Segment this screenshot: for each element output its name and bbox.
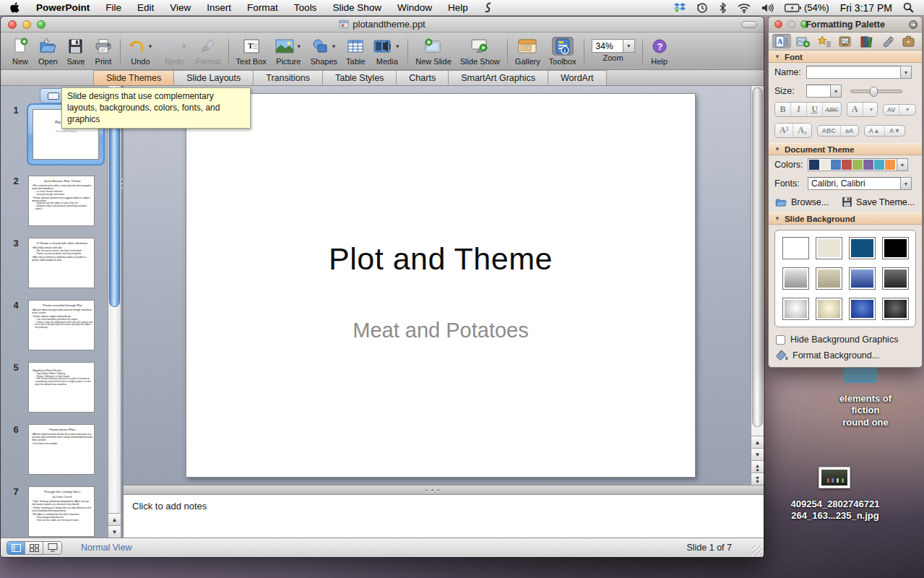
gallery-tab[interactable]: SmartArt Graphics (448, 70, 548, 85)
theme-color-swatch[interactable] (852, 160, 863, 170)
character-spacing-button[interactable]: AV (884, 105, 899, 115)
browse-theme-button[interactable]: Browse... (774, 197, 829, 207)
palette-titlebar[interactable]: Formatting Palette ➜ (769, 17, 922, 33)
window-resize-grip[interactable] (752, 545, 763, 556)
media-dropdown-caret[interactable]: ▼ (394, 43, 400, 50)
zoom-value-field[interactable]: 34% (592, 39, 623, 53)
print-button[interactable]: Print (90, 34, 117, 69)
undo-dropdown-caret[interactable]: ▼ (147, 43, 153, 50)
minimize-button[interactable] (22, 20, 31, 29)
theme-colors-strip[interactable] (808, 158, 897, 171)
gallery-button[interactable]: Gallery (511, 34, 545, 69)
subscript-button[interactable]: A₂ (793, 124, 811, 137)
thumbnail-scrollbar[interactable]: ▲ ▼ (108, 86, 121, 538)
slide-miniature[interactable]: If Theme is fused with other elementsMos… (28, 238, 95, 288)
formatting-tab-icon[interactable]: A (772, 34, 791, 48)
slide-show-button[interactable]: Slide Show (456, 34, 504, 69)
spotlight-icon[interactable] (903, 2, 914, 13)
background-swatch[interactable] (849, 267, 876, 290)
background-swatch[interactable] (782, 267, 809, 290)
font-name-dropdown[interactable]: ▼ (901, 66, 912, 79)
underline-button[interactable]: U (807, 103, 823, 116)
media-button[interactable]: ▼ Media (369, 34, 405, 69)
dropbox-menu-icon[interactable] (674, 2, 686, 13)
open-button[interactable]: Open (34, 34, 62, 69)
time-machine-menu-icon[interactable] (696, 2, 708, 14)
menu-item[interactable]: File (98, 2, 129, 13)
palette-toolbar-toggle-icon[interactable]: ➜ (909, 20, 917, 29)
font-size-slider-thumb[interactable] (870, 87, 878, 97)
theme-fonts-dropdown[interactable]: ▼ (901, 177, 912, 190)
bold-button[interactable]: B (775, 103, 791, 116)
font-section-header[interactable]: ▼ Font (769, 51, 922, 63)
gallery-tab[interactable]: Table Styles (322, 70, 396, 85)
slide-thumbnail[interactable]: 7 Through the Looking Glassby Lewis Carr… (1, 485, 108, 538)
document-theme-section-header[interactable]: ▼ Document Theme (769, 143, 922, 155)
slide-thumbnail[interactable]: 3 If Theme is fused with other elementsM… (1, 236, 108, 290)
save-button[interactable]: Save (62, 34, 90, 69)
reference-palette-icon[interactable] (857, 34, 876, 48)
background-swatch[interactable] (882, 298, 909, 320)
zoom-window-button[interactable] (37, 20, 46, 29)
undo-button[interactable]: ▼ Undo (124, 34, 157, 69)
background-swatch[interactable] (849, 298, 876, 320)
gallery-tab[interactable]: Slide Themes (93, 70, 173, 85)
volume-menu-icon[interactable] (761, 3, 774, 13)
theme-color-swatch[interactable] (874, 160, 884, 170)
table-button[interactable]: Table (342, 34, 369, 69)
background-swatch[interactable] (849, 237, 876, 259)
gallery-tab[interactable]: Charts (396, 70, 448, 85)
gallery-tab[interactable]: Slide Layouts (173, 70, 253, 85)
slide-miniature[interactable]: Quick Review: Plot, ThemePlot: actions/e… (28, 176, 95, 226)
change-case-button[interactable]: aA (841, 126, 858, 136)
slide-background-section-header[interactable]: ▼ Slide Background (769, 212, 922, 225)
save-theme-button[interactable]: Save Theme... (842, 197, 915, 207)
slide-miniature[interactable]: Theme-driven PlotsAbstract ideas/concept… (28, 424, 95, 475)
small-caps-button[interactable]: ABC (818, 126, 842, 136)
menu-item[interactable]: Help (440, 2, 476, 13)
background-swatch[interactable] (816, 237, 842, 259)
notes-pane[interactable]: Click to add notes (124, 495, 764, 538)
theme-color-swatch[interactable] (820, 160, 830, 170)
desktop-image-label[interactable]: 409254_2802746721 264_163...235_n.jpg (779, 499, 891, 522)
slide-thumbnail[interactable]: 4 Theme revealed through PlotAbstract id… (1, 298, 108, 352)
font-size-input[interactable] (806, 85, 831, 98)
strikethrough-button[interactable]: ABC (823, 103, 841, 116)
compatibility-palette-icon[interactable] (878, 34, 897, 48)
thumbnail-scroll-down-button[interactable]: ▼ (108, 525, 121, 538)
slide-thumbnail[interactable]: 2 Quick Review: Plot, ThemePlot: actions… (1, 174, 108, 228)
slide-sorter-view-button[interactable] (25, 542, 43, 554)
notes-splitter-handle[interactable] (426, 489, 439, 491)
menu-item[interactable]: Edit (129, 2, 162, 13)
bluetooth-menu-icon[interactable] (719, 2, 727, 14)
shrink-font-button[interactable]: A▼ (885, 126, 904, 136)
app-menu-powerpoint[interactable]: PowerPoint (28, 2, 98, 13)
slide-subtitle-text[interactable]: Meat and Potatoes (186, 319, 695, 342)
desktop-image-file-icon[interactable] (819, 467, 850, 488)
menu-item[interactable]: Window (389, 2, 440, 13)
canvas-scroll-up-button[interactable]: ▲ (751, 436, 764, 448)
background-swatch[interactable] (782, 298, 809, 320)
normal-view-button[interactable] (7, 542, 25, 554)
previous-slide-button[interactable]: ▲▲ (751, 460, 764, 473)
new-button[interactable]: New (7, 34, 34, 69)
next-slide-button[interactable]: ▼▼ (751, 473, 764, 485)
slide-miniature[interactable]: Theme revealed through PlotAbstract idea… (28, 300, 95, 350)
hide-background-graphics-checkbox[interactable] (776, 335, 785, 345)
superscript-button[interactable]: A² (775, 124, 793, 137)
help-button[interactable]: ? Help (646, 34, 673, 69)
gallery-tab[interactable]: WordArt (548, 70, 607, 85)
grow-font-button[interactable]: A▲ (865, 126, 885, 136)
shapes-dropdown-caret[interactable]: ▼ (331, 43, 337, 50)
theme-color-swatch[interactable] (809, 160, 819, 170)
slide-title-text[interactable]: Plot and Theme (186, 241, 695, 277)
wifi-menu-icon[interactable] (738, 3, 751, 13)
project-palette-icon[interactable] (899, 34, 918, 48)
script-menu-icon[interactable] (476, 2, 500, 13)
current-slide[interactable]: Plot and Theme Meat and Potatoes (186, 93, 696, 478)
thumbnail-scroll-up-button[interactable]: ▲ (108, 513, 121, 525)
background-swatch[interactable] (816, 267, 842, 290)
text-box-button[interactable]: T Text Box (232, 34, 271, 69)
background-swatch[interactable] (882, 267, 909, 290)
battery-menu-item[interactable]: (54%) (785, 2, 829, 13)
